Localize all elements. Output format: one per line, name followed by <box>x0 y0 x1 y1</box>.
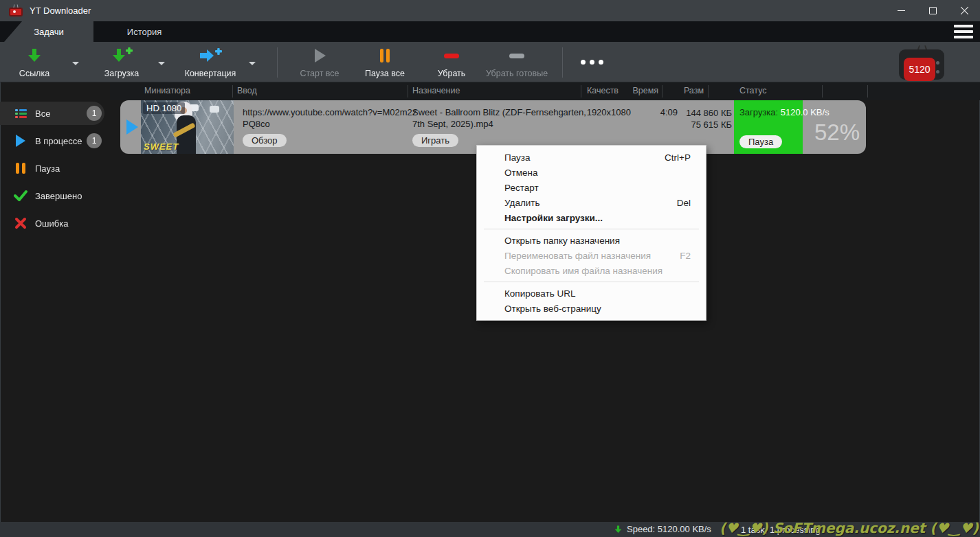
size-total: 144 860 КБ <box>649 107 732 119</box>
sidebar-error-label: Ошибка <box>35 218 68 229</box>
menu-rename-file-label: Переименовать файл назначения <box>504 251 680 261</box>
menu-item-copy-url[interactable]: Копировать URL <box>477 286 706 301</box>
app-tv-icon <box>8 5 23 17</box>
menu-item-copy-filename: Скопировать имя файла назначения <box>477 263 706 278</box>
more-actions-button[interactable] <box>581 60 603 65</box>
table-header: Миниатюра Ввод Назначение Качеств Время … <box>110 82 980 100</box>
remove-done-minus-icon <box>509 47 525 65</box>
toolbar-separator <box>277 47 278 78</box>
menu-item-open-webpage[interactable]: Открыть веб-страницу <box>477 301 706 316</box>
column-divider <box>822 85 823 98</box>
menu-open-folder-label: Открыть папку назначения <box>504 236 691 246</box>
title-bar: YT Downloader <box>0 0 980 21</box>
remove-done-label: Убрать готовые <box>486 69 548 78</box>
add-link-button[interactable]: Ссылка <box>10 47 59 78</box>
watermark-text: (♥‿♥) SoFTmega.ucoz.net (♥‿♥) <box>720 520 979 536</box>
maximize-button[interactable] <box>917 0 948 21</box>
sidebar-in-progress-badge: 1 <box>87 133 102 148</box>
size-downloaded: 75 615 КБ <box>649 119 732 130</box>
sidebar-item-all[interactable]: Все 1 <box>0 102 104 125</box>
add-convert-label: Конвертация <box>185 69 236 78</box>
remove-button[interactable]: Убрать <box>430 47 474 78</box>
tab-history[interactable]: История <box>103 21 186 42</box>
menu-item-pause[interactable]: Пауза Ctrl+P <box>477 150 706 165</box>
link-dropdown-chevron-icon[interactable] <box>72 62 79 65</box>
column-input[interactable]: Ввод <box>237 86 257 95</box>
menu-item-download-settings[interactable]: Настройки загрузки... <box>477 210 706 225</box>
sidebar-completed-label: Завершено <box>35 191 82 201</box>
menu-download-settings-label: Настройки загрузки... <box>504 213 691 223</box>
menu-item-cancel[interactable]: Отмена <box>477 165 706 180</box>
sidebar-item-paused[interactable]: Пауза <box>0 157 104 180</box>
sidebar-item-in-progress[interactable]: В процессе 1 <box>0 129 104 152</box>
column-status[interactable]: Статус <box>739 86 767 95</box>
speed-limit-indicator[interactable]: 5120 <box>898 45 947 80</box>
row-play-icon <box>126 119 138 135</box>
browse-button[interactable]: Обзор <box>243 134 287 147</box>
maximize-icon <box>929 7 937 14</box>
menu-pause-label: Пауза <box>504 152 665 163</box>
size-values: 144 860 КБ 75 615 КБ <box>649 107 732 130</box>
sidebar-item-error[interactable]: Ошибка <box>0 212 104 235</box>
menu-item-open-folder[interactable]: Открыть папку назначения <box>477 233 706 248</box>
add-download-button[interactable]: Загрузка <box>95 47 148 78</box>
sidebar-paused-label: Пауза <box>35 163 60 174</box>
app-window: YT Downloader Задачи История Ссылка Загр… <box>0 0 980 537</box>
convert-dropdown-chevron-icon[interactable] <box>249 62 256 65</box>
minimize-button[interactable] <box>885 0 917 21</box>
menu-item-restart[interactable]: Рестарт <box>477 180 706 195</box>
column-size[interactable]: Разм <box>649 86 704 95</box>
column-divider <box>408 85 408 98</box>
link-download-icon <box>26 47 43 65</box>
menu-pause-shortcut: Ctrl+P <box>665 152 691 163</box>
close-button[interactable] <box>948 0 980 21</box>
column-divider <box>867 85 868 98</box>
status-label: Загрузка: <box>739 107 778 117</box>
source-url: https://www.youtube.com/watch?v=M02m2zPQ… <box>243 106 417 130</box>
list-icon <box>14 109 27 118</box>
speed-indicator: Speed: 5120.00 KB/s <box>614 524 711 534</box>
tv-knobs-icon <box>936 61 939 73</box>
column-destination[interactable]: Назначение <box>412 86 460 95</box>
start-all-label: Старт все <box>300 69 339 78</box>
context-menu: Пауза Ctrl+P Отмена Рестарт Удалить Del … <box>476 145 706 321</box>
toolbar-separator <box>562 47 563 78</box>
status-cell: Загрузка: 5120.0 KB/s 52% Пауза <box>734 100 866 154</box>
check-icon <box>14 190 27 202</box>
menu-delete-shortcut: Del <box>677 198 691 208</box>
sidebar-item-completed[interactable]: Завершено <box>0 184 104 207</box>
tab-tasks[interactable]: Задачи <box>4 21 93 42</box>
menu-cancel-label: Отмена <box>504 168 691 178</box>
tab-tasks-label: Задачи <box>34 27 64 37</box>
convert-plus-icon <box>199 47 222 65</box>
status-speed: 5120.0 <box>781 107 808 117</box>
download-dropdown-chevron-icon[interactable] <box>158 62 165 65</box>
quality-value: 1920x1080 <box>562 107 631 117</box>
column-divider <box>232 85 233 98</box>
sidebar-all-badge: 1 <box>87 106 102 121</box>
play-file-button[interactable]: Играть <box>412 134 458 147</box>
menu-restart-label: Рестарт <box>504 183 691 193</box>
menu-separator <box>484 229 699 229</box>
pause-all-button[interactable]: Пауза все <box>357 47 412 78</box>
menu-item-delete[interactable]: Удалить Del <box>477 195 706 210</box>
pause-all-icon <box>379 47 391 65</box>
menu-item-rename-file: Переименовать файл назначения F2 <box>477 248 706 263</box>
remove-done-button: Убрать готовые <box>483 47 550 78</box>
speed-down-arrow-icon <box>614 525 623 534</box>
menu-copy-filename-label: Скопировать имя файла назначения <box>504 266 691 276</box>
window-controls <box>885 0 980 21</box>
start-all-play-icon <box>312 47 327 65</box>
add-convert-button[interactable]: Конвертация <box>179 47 242 78</box>
pause-task-button[interactable]: Пауза <box>739 135 782 148</box>
sidebar: Все 1 В процессе 1 Пауза Завершено Ошибк… <box>0 82 110 522</box>
status-unit: KB/s <box>810 107 829 117</box>
menu-copy-url-label: Копировать URL <box>504 288 691 299</box>
tv-body-icon: 5120 <box>899 49 944 80</box>
menu-button[interactable] <box>954 25 973 38</box>
column-thumbnail[interactable]: Миниатюра <box>144 86 190 95</box>
download-plus-icon <box>111 47 133 65</box>
toolbar: Ссылка Загрузка Конвертация Старт все <box>0 42 980 82</box>
speed-limit-value: 5120 <box>904 58 935 81</box>
sidebar-all-label: Все <box>35 108 50 119</box>
